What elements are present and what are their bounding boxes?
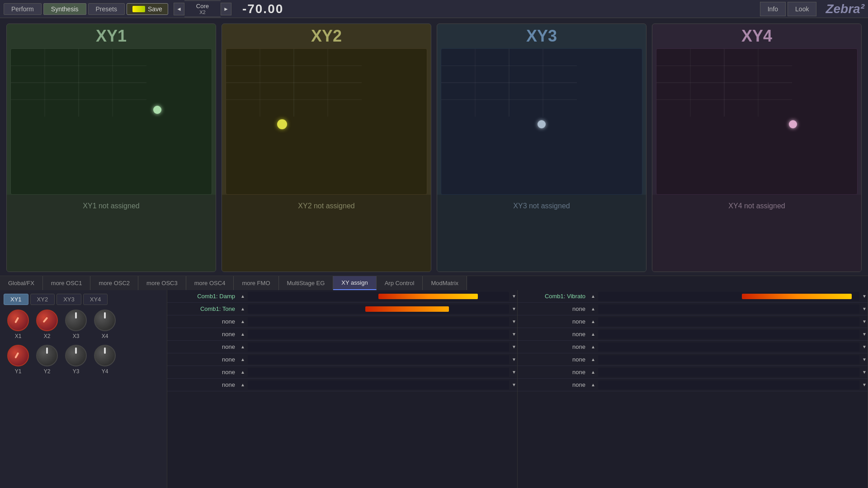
knob-y2-indicator xyxy=(46,347,48,354)
assign-arrow-down[interactable]: ▼ xyxy=(512,319,516,324)
xy1-dot[interactable] xyxy=(153,106,161,114)
assign-bar-area[interactable] xyxy=(598,330,859,339)
assign-arrow-up[interactable]: ▲ xyxy=(241,382,245,387)
xy3-canvas[interactable] xyxy=(441,48,642,195)
assign-bar-area[interactable] xyxy=(248,317,509,326)
assign-arrow-up[interactable]: ▲ xyxy=(241,332,245,337)
assign-arrow-down[interactable]: ▼ xyxy=(862,344,867,349)
assign-arrow-down[interactable]: ▼ xyxy=(512,370,516,375)
tab-synthesis[interactable]: Synthesis xyxy=(43,3,86,15)
assign-row-name: none xyxy=(518,343,590,350)
assign-arrow-down[interactable]: ▼ xyxy=(512,306,516,311)
assign-arrow-up[interactable]: ▲ xyxy=(241,344,245,349)
assign-bar-area[interactable] xyxy=(598,292,859,301)
assign-arrow-down[interactable]: ▼ xyxy=(862,370,867,375)
assign-row-name: none xyxy=(167,331,240,338)
knob-y4[interactable] xyxy=(94,345,116,366)
knob-x2[interactable] xyxy=(36,310,58,331)
assign-arrow-up[interactable]: ▲ xyxy=(241,357,245,362)
assign-bar-area[interactable] xyxy=(598,317,859,326)
assign-arrow-down[interactable]: ▼ xyxy=(512,332,516,337)
assign-arrow-up[interactable]: ▲ xyxy=(241,319,245,324)
assign-bar-area[interactable] xyxy=(598,368,859,377)
assign-arrow-up[interactable]: ▲ xyxy=(241,294,245,299)
tab-global-fx[interactable]: Global/FX xyxy=(0,276,43,290)
xy3-dot[interactable] xyxy=(538,120,546,128)
assign-arrow-up[interactable]: ▲ xyxy=(591,294,595,299)
tab-perform[interactable]: Perform xyxy=(4,3,42,15)
assign-arrow-up[interactable]: ▲ xyxy=(241,370,245,375)
knob-y2[interactable] xyxy=(36,345,58,366)
tab-multistage-eg[interactable]: MultiStage EG xyxy=(279,276,334,290)
assign-bar-area[interactable] xyxy=(598,343,859,352)
assign-bar-area[interactable] xyxy=(248,368,509,377)
knob-y1[interactable] xyxy=(7,345,29,366)
assign-bar-area[interactable] xyxy=(598,305,859,314)
assign-row-name: none xyxy=(167,356,240,363)
assign-arrow-down[interactable]: ▼ xyxy=(862,306,867,311)
xy4-dot[interactable] xyxy=(789,120,797,128)
assign-arrow-down[interactable]: ▼ xyxy=(862,382,867,387)
assign-bar-area[interactable] xyxy=(248,330,509,339)
assign-bar-area[interactable] xyxy=(248,380,509,389)
xy2-canvas[interactable] xyxy=(226,48,427,195)
nav-left-arrow[interactable]: ◄ xyxy=(174,3,184,15)
assign-bar-area[interactable] xyxy=(248,355,509,364)
xy3-info: XY3 not assigned xyxy=(437,195,646,272)
knob-x3[interactable] xyxy=(65,310,87,331)
look-button[interactable]: Look xyxy=(788,2,816,16)
assign-arrow-down[interactable]: ▼ xyxy=(512,344,516,349)
tab-xy-assign[interactable]: XY assign xyxy=(333,276,376,290)
tab-more-osc3[interactable]: more OSC3 xyxy=(138,276,186,290)
nav-right-arrow[interactable]: ► xyxy=(221,3,231,15)
assign-arrow-down[interactable]: ▼ xyxy=(862,319,867,324)
knob-y3[interactable] xyxy=(65,345,87,366)
tab-more-osc4[interactable]: more OSC4 xyxy=(186,276,234,290)
assign-arrow-up[interactable]: ▲ xyxy=(591,306,595,311)
assign-arrow-up[interactable]: ▲ xyxy=(591,357,595,362)
xy-sub-tab-2[interactable]: XY2 xyxy=(30,294,55,305)
assign-arrow-up[interactable]: ▲ xyxy=(241,306,245,311)
assign-arrow-up[interactable]: ▲ xyxy=(591,382,595,387)
assign-arrow-up[interactable]: ▲ xyxy=(591,332,595,337)
xy2-grid xyxy=(226,49,362,117)
assign-arrow-up[interactable]: ▲ xyxy=(591,319,595,324)
tab-more-osc1[interactable]: more OSC1 xyxy=(43,276,91,290)
assign-bar-area[interactable] xyxy=(598,380,859,389)
assign-bar-area[interactable] xyxy=(598,355,859,364)
tab-mod-matrix[interactable]: ModMatrix xyxy=(423,276,467,290)
xy2-dot[interactable] xyxy=(277,119,287,129)
tab-more-fmo[interactable]: more FMO xyxy=(234,276,278,290)
info-button[interactable]: Info xyxy=(760,2,786,16)
y-knobs-row: Y1 Y2 Y3 Y4 xyxy=(4,345,163,375)
assign-arrow-down[interactable]: ▼ xyxy=(512,382,516,387)
tab-presets[interactable]: Presets xyxy=(88,3,125,15)
tab-arp-control[interactable]: Arp Control xyxy=(377,276,423,290)
xy-sub-tab-3[interactable]: XY3 xyxy=(57,294,81,305)
knob-x1[interactable] xyxy=(7,310,29,331)
assign-bar-area[interactable] xyxy=(248,305,509,314)
assign-arrow-down[interactable]: ▼ xyxy=(862,332,867,337)
assign-arrow-down[interactable]: ▼ xyxy=(512,357,516,362)
assign-bar xyxy=(742,294,852,299)
assign-arrow-down[interactable]: ▼ xyxy=(512,294,516,299)
save-button[interactable]: Save xyxy=(127,3,168,15)
xy1-canvas[interactable] xyxy=(10,48,212,195)
xy4-title: XY4 xyxy=(652,24,861,48)
xy4-canvas[interactable] xyxy=(656,48,858,195)
assign-bar-area[interactable] xyxy=(248,343,509,352)
assign-arrow-up[interactable]: ▲ xyxy=(591,370,595,375)
assign-bar-area[interactable] xyxy=(248,292,509,301)
assign-row-name: none xyxy=(167,369,240,375)
assign-row: none▲▼ xyxy=(518,328,868,341)
assign-col-right: Comb1: Vibrato▲▼none▲▼none▲▼none▲▼none▲▼… xyxy=(518,290,868,488)
xy4-info: XY4 not assigned xyxy=(652,195,861,272)
assign-arrow-down[interactable]: ▼ xyxy=(862,294,867,299)
knob-x4[interactable] xyxy=(94,310,116,331)
knob-y4-indicator xyxy=(104,347,106,354)
xy-sub-tab-1[interactable]: XY1 xyxy=(4,294,28,305)
assign-arrow-up[interactable]: ▲ xyxy=(591,344,595,349)
xy-sub-tab-4[interactable]: XY4 xyxy=(83,294,108,305)
assign-arrow-down[interactable]: ▼ xyxy=(862,357,867,362)
tab-more-osc2[interactable]: more OSC2 xyxy=(90,276,138,290)
